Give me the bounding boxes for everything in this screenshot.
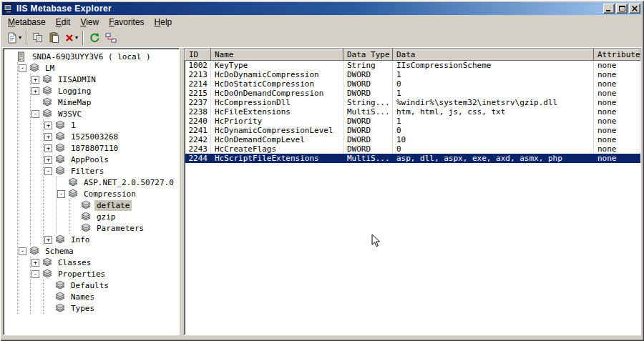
collapse-box-icon[interactable]: - [31, 270, 39, 278]
menu-metabase[interactable]: Metabase [3, 16, 51, 29]
cell-attrs: none [594, 61, 640, 71]
delete-icon [64, 33, 74, 43]
table-row-2240[interactable]: 2240HcPriorityDWORD1none [185, 117, 640, 126]
cell-type: String... [343, 98, 393, 107]
tree-node-defaults[interactable]: Defaults [44, 280, 179, 291]
cell-name: HcCreateFlags [211, 144, 343, 154]
cell-data: asp, dll, aspx, exe, axd, asmx, php [393, 154, 594, 163]
column-header-name[interactable]: Name [211, 49, 343, 61]
collapse-box-icon[interactable]: - [19, 64, 26, 72]
cell-attrs: none [594, 98, 640, 107]
table-row-2213[interactable]: 2213HcDoDynamicCompressionDWORD1none [185, 70, 640, 79]
tree-node-properties[interactable]: -Properties [31, 268, 179, 280]
table-row-2215[interactable]: 2215HcDoOnDemandCompressionDWORD1none [185, 89, 640, 98]
tree-node-apppools[interactable]: +AppPools [44, 154, 179, 165]
tree-node-label: Compression [82, 189, 138, 199]
cell-id: 2215 [185, 89, 211, 98]
delete-button[interactable]: ▾ [62, 29, 80, 46]
tree-node-asp-net-2-0-50727-0[interactable]: ASP.NET_2.0.50727.0 [57, 177, 179, 188]
tree-node-label: Defaults [69, 280, 111, 291]
close-button[interactable] [629, 4, 640, 14]
cell-name: HcScriptFileExtensions [211, 154, 343, 163]
tree-indent-spacer [57, 179, 65, 187]
cell-type: DWORD [343, 89, 393, 98]
cell-type: MultiS... [343, 107, 393, 117]
collapse-box-icon[interactable]: - [31, 110, 39, 118]
cell-type: DWORD [343, 126, 393, 135]
collapse-box-icon[interactable]: - [19, 247, 26, 255]
tree-node-types[interactable]: Types [44, 302, 179, 314]
cell-type: DWORD [343, 144, 393, 154]
tree-node-schema[interactable]: -Schema [18, 245, 179, 257]
tree-node-gzip[interactable]: gzip [69, 211, 179, 222]
table-row-2238[interactable]: 2238HcFileExtensionsMultiS...htm, html, … [185, 107, 640, 117]
cell-data: 1 [393, 117, 594, 126]
table-row-2241[interactable]: 2241HcDynamicCompressionLevelDWORD0none [185, 126, 640, 135]
menu-help[interactable]: Help [150, 16, 177, 29]
tree-node-classes[interactable]: +Classes [31, 257, 179, 268]
tree-node-info[interactable]: +Info [44, 234, 179, 245]
cell-attrs: none [594, 79, 640, 89]
column-header-id[interactable]: ID [185, 49, 211, 61]
server-icon [16, 51, 28, 61]
copy-button[interactable] [29, 29, 46, 46]
tree-node-compression[interactable]: -Compression [57, 188, 179, 199]
tree-indent-spacer [31, 99, 39, 107]
table-row-2244[interactable]: 2244HcScriptFileExtensionsMultiS...asp, … [185, 154, 640, 163]
tree-node-w3svc[interactable]: -W3SVC [31, 108, 179, 119]
table-row-2242[interactable]: 2242HcOnDemandCompLevelDWORD10none [185, 135, 640, 144]
refresh-button[interactable] [86, 29, 102, 46]
menu-edit[interactable]: Edit [51, 16, 76, 29]
expand-box-icon[interactable]: + [31, 76, 39, 84]
tree-node-logging[interactable]: +Logging [31, 85, 179, 97]
key-icon [42, 109, 54, 119]
tree-node-1[interactable]: +1 [44, 119, 179, 131]
tree-node-1878807110[interactable]: +1878807110 [44, 142, 179, 154]
cell-name: HcPriority [211, 117, 343, 126]
tree-node-snda-69q3uyy3v6-local[interactable]: SNDA-69Q3UYY3V6 ( local ) [5, 51, 179, 62]
expand-box-icon[interactable]: + [44, 133, 52, 141]
key-icon [54, 166, 67, 176]
table-row-1002[interactable]: 1002KeyTypeStringIIsCompressionSchemenon… [185, 61, 640, 71]
tree-node-names[interactable]: Names [44, 291, 179, 302]
toolbar-separator [26, 31, 27, 45]
tree-node-deflate[interactable]: deflate [69, 199, 179, 211]
new-key-button[interactable]: ▾ [4, 29, 24, 46]
connect-computer-button[interactable] [102, 29, 119, 46]
tree-node-1525003268[interactable]: +1525003268 [44, 131, 179, 142]
paste-button[interactable] [46, 29, 62, 46]
table-row-2243[interactable]: 2243HcCreateFlagsDWORD0none [185, 144, 640, 154]
expand-box-icon[interactable]: + [44, 156, 52, 164]
dropdown-arrow-icon[interactable]: ▾ [19, 35, 21, 41]
expand-box-icon[interactable]: + [44, 122, 52, 129]
column-header-attrs[interactable]: Attributes [594, 49, 640, 61]
cell-data: IIsCompressionScheme [393, 61, 594, 71]
tree-indent-spacer [70, 213, 78, 221]
collapse-box-icon[interactable]: - [44, 167, 52, 175]
column-header-type[interactable]: Data Type [343, 49, 393, 61]
expand-box-icon[interactable]: + [31, 87, 39, 95]
cell-data: 10 [393, 135, 594, 144]
tree-node-filters[interactable]: -Filters [44, 165, 179, 177]
expand-box-icon[interactable]: + [44, 144, 52, 152]
collapse-box-icon[interactable]: - [57, 190, 65, 198]
cell-type: DWORD [343, 70, 393, 79]
menu-view[interactable]: View [75, 16, 104, 29]
tree-node-iisadmin[interactable]: +IISADMIN [31, 74, 179, 85]
dropdown-arrow-icon[interactable]: ▾ [75, 35, 78, 41]
expand-box-icon[interactable]: + [31, 259, 39, 267]
maximize-button[interactable] [616, 4, 628, 14]
tree-node-lm[interactable]: -LM [18, 62, 179, 74]
cell-type: String [343, 61, 393, 71]
key-icon [54, 292, 67, 302]
app-window: IIS Metabase Explorer MetabaseEditViewFa… [0, 0, 644, 341]
expand-box-icon[interactable]: + [44, 236, 52, 244]
minimize-button[interactable] [603, 4, 615, 14]
tree-node-mimemap[interactable]: MimeMap [31, 97, 179, 108]
table-row-2237[interactable]: 2237HcCompressionDllString...%windir%\sy… [185, 98, 640, 107]
tree-node-label: Properties [56, 269, 107, 280]
tree-node-parameters[interactable]: Parameters [69, 222, 179, 234]
table-row-2214[interactable]: 2214HcDoStaticCompressionDWORD0none [185, 79, 640, 89]
column-header-data[interactable]: Data [393, 49, 594, 61]
menu-favorites[interactable]: Favorites [104, 16, 149, 29]
